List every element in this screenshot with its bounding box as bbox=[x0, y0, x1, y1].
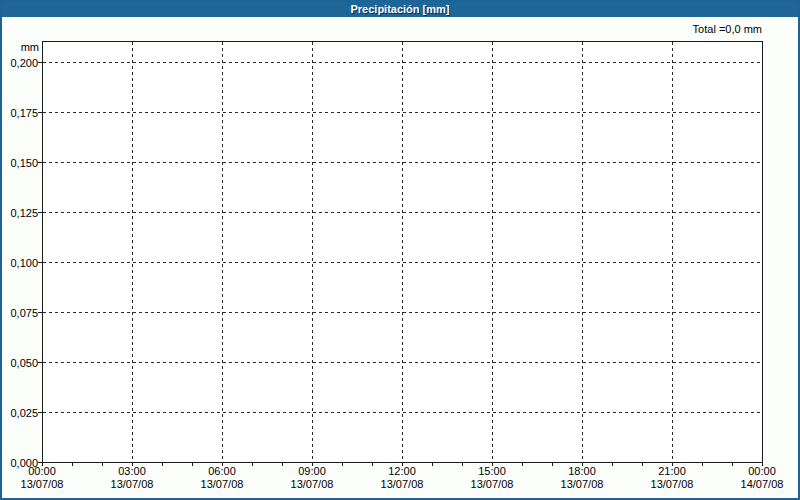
x-tick-time: 12:00 bbox=[364, 465, 440, 478]
y-axis-unit-label: mm bbox=[2, 41, 39, 53]
x-tick-date: 13/07/08 bbox=[184, 478, 260, 491]
x-tick-date: 13/07/08 bbox=[364, 478, 440, 491]
y-tick-label: 0,050 bbox=[2, 357, 38, 369]
x-tick-label: 15:0013/07/08 bbox=[454, 465, 530, 491]
x-tick-label: 00:0013/07/08 bbox=[4, 465, 80, 491]
x-tick-label: 00:0014/07/08 bbox=[724, 465, 800, 491]
chart-title-bar: Precipitación [mm] bbox=[2, 2, 798, 17]
x-tick-label: 18:0013/07/08 bbox=[544, 465, 620, 491]
y-tick-label: 0,100 bbox=[2, 257, 38, 269]
x-tick-label: 03:0013/07/08 bbox=[94, 465, 170, 491]
x-tick-time: 00:00 bbox=[4, 465, 80, 478]
total-value-label: Total =0,0 mm bbox=[693, 23, 762, 35]
y-tick-label: 0,200 bbox=[2, 57, 38, 69]
x-tick-date: 13/07/08 bbox=[454, 478, 530, 491]
x-tick-time: 06:00 bbox=[184, 465, 260, 478]
precipitation-chart-plot bbox=[2, 2, 800, 500]
chart-title: Precipitación [mm] bbox=[350, 3, 449, 15]
x-tick-time: 18:00 bbox=[544, 465, 620, 478]
x-tick-time: 00:00 bbox=[724, 465, 800, 478]
x-tick-label: 06:0013/07/08 bbox=[184, 465, 260, 491]
chart-window: Precipitación [mm] Total =0,0 mm mm 0,20… bbox=[0, 0, 800, 500]
y-tick-label: 0,125 bbox=[2, 207, 38, 219]
x-tick-date: 13/07/08 bbox=[4, 478, 80, 491]
x-tick-date: 13/07/08 bbox=[634, 478, 710, 491]
x-tick-time: 15:00 bbox=[454, 465, 530, 478]
x-tick-time: 03:00 bbox=[94, 465, 170, 478]
y-tick-label: 0,075 bbox=[2, 307, 38, 319]
x-tick-date: 13/07/08 bbox=[274, 478, 350, 491]
x-tick-date: 14/07/08 bbox=[724, 478, 800, 491]
y-tick-label: 0,150 bbox=[2, 157, 38, 169]
x-tick-date: 13/07/08 bbox=[544, 478, 620, 491]
x-tick-label: 12:0013/07/08 bbox=[364, 465, 440, 491]
x-tick-time: 09:00 bbox=[274, 465, 350, 478]
x-tick-label: 09:0013/07/08 bbox=[274, 465, 350, 491]
x-tick-label: 21:0013/07/08 bbox=[634, 465, 710, 491]
x-tick-time: 21:00 bbox=[634, 465, 710, 478]
y-tick-label: 0,025 bbox=[2, 407, 38, 419]
y-tick-label: 0,175 bbox=[2, 107, 38, 119]
x-tick-date: 13/07/08 bbox=[94, 478, 170, 491]
